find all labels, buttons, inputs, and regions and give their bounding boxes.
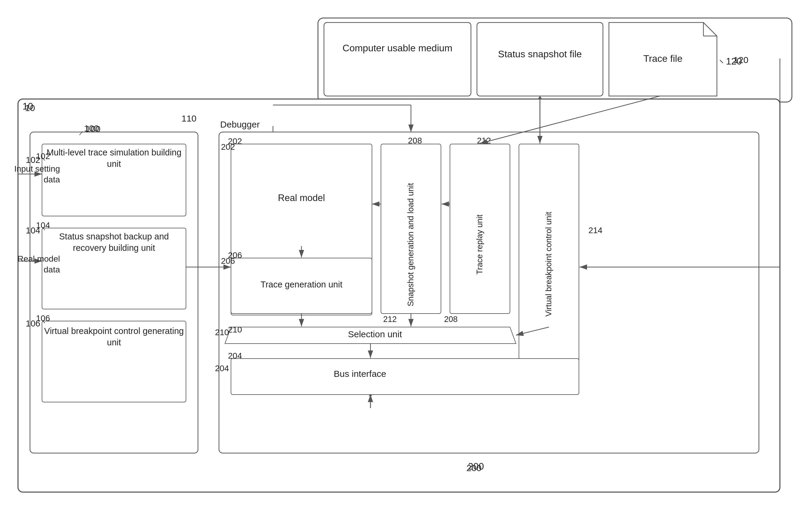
status-snapshot-file-label: Status snapshot file [477,48,603,61]
ref-10: 10 [21,102,39,114]
input-setting-data-label: Input setting data [0,164,60,185]
ref-100: 100 [81,123,105,135]
trace-generation-label: Trace generation unit [232,279,371,290]
ref-106: 106 [24,318,42,329]
ref-110: 110 [177,113,201,124]
svg-text:212: 212 [477,136,491,145]
status-snapshot-backup-label: Status snapshot backup and recovery buil… [44,231,184,254]
svg-rect-2 [324,23,471,96]
virtual-breakpoint-gen-label: Virtual breakpoint control generating un… [44,325,184,348]
diagram-container: 120 110 10 100 102 104 106 200 [0,0,812,517]
ref-200: 200 [462,462,486,474]
trace-file-label: Trace file [609,53,717,65]
bus-interface-label: Bus interface [270,368,450,380]
ref-214: 214 [586,225,604,236]
real-model-data-label: Real model data [0,254,60,276]
ref-120: 120 [732,54,750,66]
real-model-label: Real model [232,192,371,204]
snapshot-generation-label: Snapshot generation and load unit [382,162,440,327]
trace-replay-label: Trace replay unit [451,162,509,327]
computer-usable-medium-label: Computer usable medium [324,42,471,55]
multi-level-label: Multi-level trace simulation building un… [44,147,184,170]
svg-text:204: 204 [228,351,242,361]
virtual-breakpoint-unit-label: Virtual breakpoint control unit [520,153,578,375]
debugger-label: Debugger [205,118,274,130]
ref-208: 208 [440,314,461,325]
ref-210: 210 [213,327,231,338]
selection-unit-label: Selection unit [285,328,465,340]
ref-212: 212 [379,314,401,325]
ref-204: 204 [213,363,231,374]
svg-text:208: 208 [408,136,422,145]
ref-202: 202 [219,142,237,152]
ref-206: 206 [219,256,237,266]
ref-104: 104 [24,225,42,236]
